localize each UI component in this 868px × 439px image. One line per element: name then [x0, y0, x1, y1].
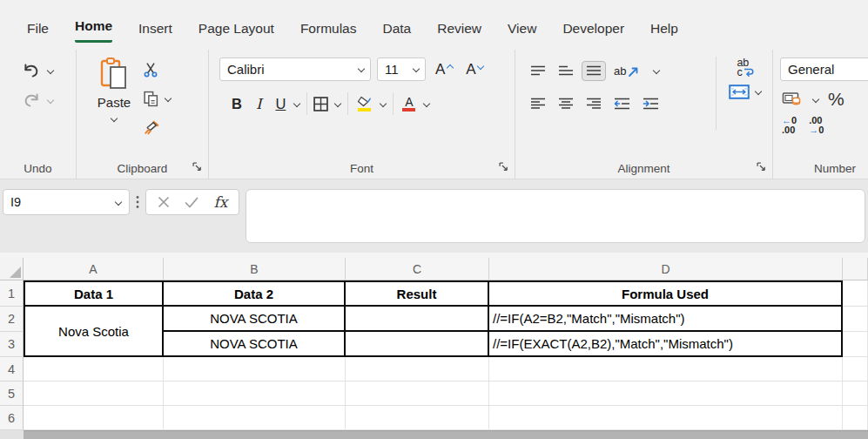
insert-function-button[interactable]: fx: [213, 193, 227, 211]
font-size-combo[interactable]: 11: [377, 57, 426, 81]
empty-cell[interactable]: [489, 382, 843, 406]
align-right-button[interactable]: [582, 93, 606, 114]
enter-button[interactable]: [185, 197, 198, 208]
cell-D2[interactable]: //=IF(A2=B2,"Match","Mismatch"): [489, 307, 843, 332]
empty-cell[interactable]: [164, 406, 346, 430]
tab-formulas[interactable]: Formulas: [287, 21, 370, 43]
tab-developer[interactable]: Developer: [549, 21, 637, 43]
tab-data[interactable]: Data: [369, 21, 424, 43]
alignment-dialog-launcher[interactable]: [755, 160, 768, 173]
increase-font-size-button[interactable]: A: [432, 61, 456, 78]
borders-button[interactable]: [313, 97, 328, 111]
align-center-button[interactable]: [554, 93, 578, 114]
empty-cell[interactable]: [346, 382, 489, 406]
top-align-button[interactable]: [526, 61, 550, 81]
cut-button[interactable]: [143, 60, 172, 79]
tab-home[interactable]: Home: [62, 18, 125, 43]
font-dialog-launcher[interactable]: [497, 160, 510, 173]
row-header-3[interactable]: 3: [0, 332, 24, 357]
tab-insert[interactable]: Insert: [125, 21, 185, 43]
format-painter-button[interactable]: [143, 118, 172, 137]
row-header-5[interactable]: 5: [0, 382, 24, 406]
italic-button[interactable]: I: [249, 96, 269, 112]
formula-input[interactable]: [246, 189, 865, 243]
bottom-align-button[interactable]: [582, 61, 606, 81]
copy-dropdown-icon[interactable]: [164, 95, 172, 103]
percent-style-button[interactable]: %: [828, 89, 844, 110]
undo-button[interactable]: [22, 62, 41, 79]
tab-help[interactable]: Help: [637, 21, 691, 43]
cell-B1[interactable]: Data 2: [164, 280, 346, 307]
empty-cell[interactable]: [24, 406, 164, 430]
redo-dropdown-icon[interactable]: [46, 97, 54, 105]
formula-bar-resize-handle[interactable]: [130, 189, 145, 215]
align-left-button[interactable]: [526, 93, 550, 114]
fill-color-button[interactable]: [354, 96, 374, 111]
empty-cell[interactable]: [24, 357, 164, 382]
redo-button[interactable]: [22, 91, 41, 109]
column-header-C[interactable]: C: [346, 258, 489, 280]
column-header-B[interactable]: B: [164, 258, 346, 280]
empty-cell[interactable]: [164, 382, 346, 406]
accounting-dropdown-icon[interactable]: [811, 96, 819, 104]
font-color-button[interactable]: A: [400, 97, 418, 111]
empty-cell[interactable]: [489, 357, 843, 382]
middle-align-button[interactable]: [554, 61, 578, 81]
row-header-6[interactable]: 6: [0, 406, 24, 430]
merge-center-button[interactable]: [729, 84, 762, 99]
wrap-text-button[interactable]: ab c: [737, 58, 753, 77]
paste-dropdown-icon[interactable]: [111, 115, 118, 123]
decrease-indent-button[interactable]: [609, 93, 635, 114]
empty-cell[interactable]: [843, 280, 868, 307]
orientation-button[interactable]: ab: [609, 60, 643, 82]
row-header-1[interactable]: 1: [0, 280, 24, 307]
empty-cell[interactable]: [843, 357, 868, 382]
bold-button[interactable]: B: [225, 96, 249, 112]
select-all-corner[interactable]: [0, 258, 24, 280]
paste-button[interactable]: Paste: [85, 57, 143, 179]
copy-button[interactable]: [143, 89, 172, 108]
number-format-combo[interactable]: General: [780, 57, 868, 81]
name-box[interactable]: I9: [3, 189, 130, 215]
tab-view[interactable]: View: [495, 21, 549, 43]
tab-page-layout[interactable]: Page Layout: [185, 21, 287, 43]
cell-C1[interactable]: Result: [346, 280, 489, 307]
name-box-dropdown-icon[interactable]: [114, 199, 122, 206]
column-header-partial[interactable]: [843, 258, 868, 280]
empty-cell[interactable]: [843, 406, 868, 430]
decrease-decimal-button[interactable]: .00 →0: [809, 116, 824, 135]
row-header-4[interactable]: 4: [0, 357, 24, 382]
increase-decimal-button[interactable]: ←0 .00: [782, 116, 797, 135]
cell-A1[interactable]: Data 1: [24, 280, 164, 307]
cell-B3[interactable]: NOVA SCOTIA: [164, 332, 346, 357]
merge-center-dropdown-icon[interactable]: [754, 88, 762, 96]
empty-cell[interactable]: [843, 332, 868, 357]
borders-dropdown-icon[interactable]: [333, 100, 341, 108]
font-color-dropdown-icon[interactable]: [422, 100, 430, 108]
column-header-D[interactable]: D: [489, 258, 843, 280]
row-header-2[interactable]: 2: [0, 307, 24, 332]
empty-cell[interactable]: [843, 307, 868, 332]
empty-cell[interactable]: [489, 406, 843, 430]
cancel-button[interactable]: [158, 196, 170, 208]
empty-cell[interactable]: [346, 406, 489, 430]
fill-color-dropdown-icon[interactable]: [379, 100, 387, 108]
empty-cell[interactable]: [24, 382, 164, 406]
cell-C3[interactable]: [346, 332, 489, 357]
cell-D3[interactable]: //=IF(EXACT(A2,B2),"Match","Mismatch"): [489, 332, 843, 357]
empty-cell[interactable]: [346, 357, 489, 382]
cell-A2-merged[interactable]: Nova Scotia: [24, 307, 164, 357]
cell-D1[interactable]: Formula Used: [489, 280, 843, 307]
undo-dropdown-icon[interactable]: [46, 67, 54, 75]
empty-cell[interactable]: [164, 357, 346, 382]
cell-B2[interactable]: NOVA SCOTIA: [164, 307, 346, 332]
increase-indent-button[interactable]: [638, 93, 663, 114]
tab-review[interactable]: Review: [424, 21, 495, 43]
decrease-font-size-button[interactable]: A: [462, 61, 487, 78]
column-header-A[interactable]: A: [24, 258, 164, 280]
cell-C2[interactable]: [346, 307, 489, 332]
underline-dropdown-icon[interactable]: [293, 100, 300, 108]
accounting-format-button[interactable]: [782, 91, 803, 108]
font-name-combo[interactable]: Calibri: [219, 57, 371, 81]
empty-cell[interactable]: [843, 382, 868, 406]
